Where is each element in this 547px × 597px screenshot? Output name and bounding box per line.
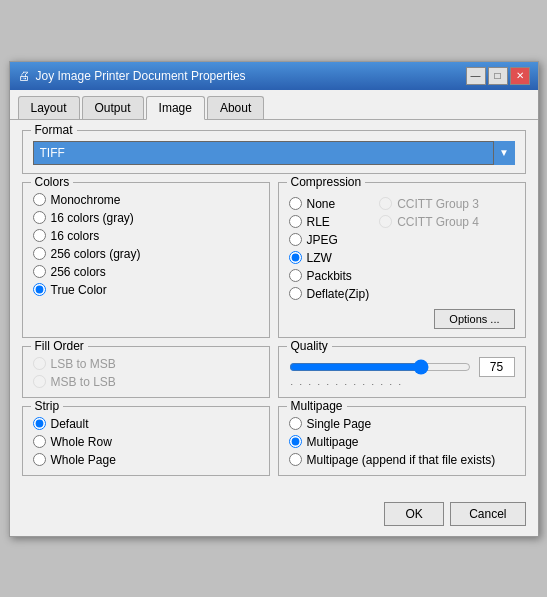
- compression-label: Compression: [287, 175, 366, 189]
- comp-ccitt4: CCITT Group 4: [379, 215, 479, 229]
- close-button[interactable]: ✕: [510, 67, 530, 85]
- strip-multipage-row: Strip Default Whole Row Whole Page Multi…: [22, 406, 526, 484]
- strip-wholepage[interactable]: Whole Page: [33, 453, 259, 467]
- options-btn-wrapper: Options ...: [289, 301, 515, 329]
- fill-order-label: Fill Order: [31, 339, 88, 353]
- options-button[interactable]: Options ...: [434, 309, 514, 329]
- fillorder-quality-row: Fill Order LSB to MSB MSB to LSB Quality: [22, 346, 526, 406]
- tab-about[interactable]: About: [207, 96, 264, 119]
- compression-left: None RLE JPEG LZW Packbits: [289, 197, 370, 301]
- comp-none[interactable]: None: [289, 197, 370, 211]
- comp-deflate[interactable]: Deflate(Zip): [289, 287, 370, 301]
- comp-rle[interactable]: RLE: [289, 215, 370, 229]
- title-bar-text: 🖨 Joy Image Printer Document Properties: [18, 69, 246, 83]
- quality-group: Quality 75 · · · · · · · · · · · · ·: [278, 346, 526, 398]
- multipage-append[interactable]: Multipage (append if that file exists): [289, 453, 515, 467]
- color-256[interactable]: 256 colors: [33, 265, 259, 279]
- quality-section: 75 · · · · · · · · · · · · ·: [289, 357, 515, 389]
- tab-output[interactable]: Output: [82, 96, 144, 119]
- fill-order-group: Fill Order LSB to MSB MSB to LSB: [22, 346, 270, 398]
- color-monochrome[interactable]: Monochrome: [33, 193, 259, 207]
- multipage-multi[interactable]: Multipage: [289, 435, 515, 449]
- window-icon: 🖨: [18, 69, 30, 83]
- comp-jpeg[interactable]: JPEG: [289, 233, 370, 247]
- minimize-button[interactable]: —: [466, 67, 486, 85]
- compression-right: CCITT Group 3 CCITT Group 4: [379, 197, 479, 301]
- main-window: 🖨 Joy Image Printer Document Properties …: [9, 61, 539, 537]
- comp-ccitt3: CCITT Group 3: [379, 197, 479, 211]
- color-256gray[interactable]: 256 colors (gray): [33, 247, 259, 261]
- quality-label: Quality: [287, 339, 332, 353]
- compression-cols: None RLE JPEG LZW Packbits: [289, 193, 515, 301]
- format-select-wrapper: TIFF BMP JPEG PNG GIF ▼: [33, 141, 515, 165]
- strip-group: Strip Default Whole Row Whole Page: [22, 406, 270, 476]
- format-select[interactable]: TIFF BMP JPEG PNG GIF: [33, 141, 515, 165]
- colors-group: Colors Monochrome 16 colors (gray) 16 co…: [22, 182, 270, 338]
- title-bar: 🖨 Joy Image Printer Document Properties …: [10, 62, 538, 90]
- strip-label: Strip: [31, 399, 64, 413]
- multipage-radio-group: Single Page Multipage Multipage (append …: [289, 417, 515, 467]
- fill-msb: MSB to LSB: [33, 375, 259, 389]
- strip-wholerow[interactable]: Whole Row: [33, 435, 259, 449]
- multipage-label: Multipage: [287, 399, 347, 413]
- compression-group: Compression None RLE JPEG LZW: [278, 182, 526, 338]
- quality-value: 75: [479, 357, 515, 377]
- multipage-single[interactable]: Single Page: [289, 417, 515, 431]
- window-title: Joy Image Printer Document Properties: [36, 69, 246, 83]
- cancel-button[interactable]: Cancel: [450, 502, 525, 526]
- format-label: Format: [31, 123, 77, 137]
- fill-lsb: LSB to MSB: [33, 357, 259, 371]
- tab-image[interactable]: Image: [146, 96, 205, 120]
- fill-order-radio-group: LSB to MSB MSB to LSB: [33, 357, 259, 389]
- color-truecolor[interactable]: True Color: [33, 283, 259, 297]
- color-16[interactable]: 16 colors: [33, 229, 259, 243]
- ok-button[interactable]: OK: [384, 502, 444, 526]
- comp-packbits[interactable]: Packbits: [289, 269, 370, 283]
- strip-radio-group: Default Whole Row Whole Page: [33, 417, 259, 467]
- format-group: Format TIFF BMP JPEG PNG GIF ▼: [22, 130, 526, 174]
- comp-lzw[interactable]: LZW: [289, 251, 370, 265]
- colors-compression-row: Colors Monochrome 16 colors (gray) 16 co…: [22, 182, 526, 346]
- tab-bar: Layout Output Image About: [10, 90, 538, 120]
- bottom-bar: OK Cancel: [10, 494, 538, 536]
- color-16gray[interactable]: 16 colors (gray): [33, 211, 259, 225]
- colors-radio-group: Monochrome 16 colors (gray) 16 colors 25…: [33, 193, 259, 297]
- quality-ticks: · · · · · · · · · · · · ·: [289, 379, 515, 389]
- tab-layout[interactable]: Layout: [18, 96, 80, 119]
- title-bar-buttons: — □ ✕: [466, 67, 530, 85]
- multipage-group: Multipage Single Page Multipage Multipag…: [278, 406, 526, 476]
- content-area: Format TIFF BMP JPEG PNG GIF ▼ Colors M: [10, 120, 538, 494]
- maximize-button[interactable]: □: [488, 67, 508, 85]
- strip-default[interactable]: Default: [33, 417, 259, 431]
- quality-slider[interactable]: [289, 357, 471, 377]
- quality-top: 75: [289, 357, 515, 377]
- colors-label: Colors: [31, 175, 74, 189]
